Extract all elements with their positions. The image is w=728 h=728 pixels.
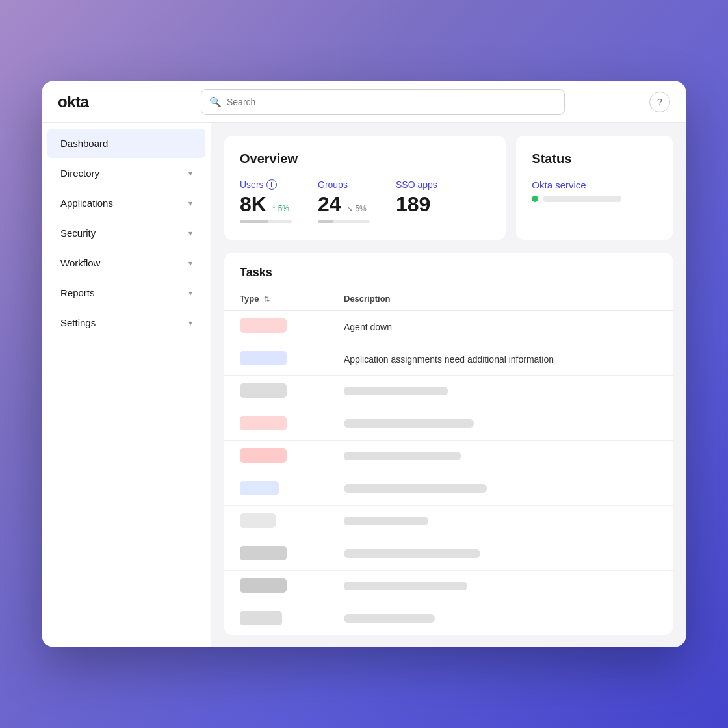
body-layout: Dashboard Directory ▾ Applications ▾ Sec… [42,123,686,647]
task-description-cell [328,408,673,441]
desc-placeholder-bar [344,484,487,493]
table-row [224,506,673,538]
sidebar-item-label: Directory [60,168,99,179]
service-bar [543,196,621,202]
task-description-cell [328,441,673,473]
table-row [224,473,673,506]
type-badge [240,318,287,333]
type-badge [240,514,276,528]
sidebar-item-label: Dashboard [60,138,108,149]
stat-groups: Groups 24 ↘ 5% [318,179,370,223]
status-title: Status [532,151,657,166]
task-description-cell [328,376,673,408]
overview-stats: Users i 8K ↑ 5% [240,179,490,223]
sidebar-item-dashboard[interactable]: Dashboard [47,129,205,158]
tasks-title: Tasks [224,253,673,287]
task-type-cell [224,311,328,343]
stat-groups-label: Groups [318,179,370,190]
task-type-cell [224,441,328,473]
tasks-table: Type ⇅ Description Agent downApplication… [224,287,673,635]
table-row [224,408,673,441]
chevron-down-icon: ▾ [188,289,192,298]
col-type: Type ⇅ [224,287,328,311]
sort-icon[interactable]: ⇅ [264,295,270,303]
sidebar-item-label: Settings [60,317,96,328]
stat-sso-label: SSO apps [396,179,437,190]
desc-placeholder-bar [344,517,428,525]
table-row [224,571,673,603]
okta-service-status-row [532,196,657,202]
stat-groups-bar [318,220,370,223]
desc-placeholder-bar [344,614,435,623]
table-row: Application assignments need additional … [224,343,673,376]
table-row: Agent down [224,311,673,343]
stat-bar-fill [240,220,268,223]
info-icon[interactable]: i [266,179,277,190]
stat-groups-value: 24 ↘ 5% [318,192,370,216]
help-button[interactable]: ? [649,92,670,112]
stat-users: Users i 8K ↑ 5% [240,179,292,223]
task-description-cell: Application assignments need additional … [328,343,673,376]
task-type-cell [224,376,328,408]
sidebar: Dashboard Directory ▾ Applications ▾ Sec… [42,123,211,647]
search-icon: 🔍 [209,96,222,108]
stat-users-value: 8K ↑ 5% [240,192,292,216]
top-cards: Overview Users i 8K ↑ 5% [224,136,673,240]
desc-placeholder-bar [344,452,461,460]
logo: okta [58,93,201,111]
task-type-cell [224,408,328,441]
stat-users-label: Users i [240,179,292,190]
task-description-cell [328,473,673,506]
chevron-down-icon: ▾ [188,229,192,238]
search-input[interactable] [227,97,556,107]
task-description-cell [328,603,673,636]
stat-sso-value: 189 [396,192,437,216]
col-description: Description [328,287,673,311]
table-row [224,538,673,571]
chevron-down-icon: ▾ [188,199,192,208]
status-card: Status Okta service [516,136,673,240]
sidebar-item-label: Workflow [60,257,100,268]
stat-sso: SSO apps 189 [396,179,437,223]
sidebar-item-directory[interactable]: Directory ▾ [47,159,205,188]
tasks-card: Tasks Type ⇅ Description Agent downAppli… [224,253,673,635]
table-header-row: Type ⇅ Description [224,287,673,311]
type-badge [240,481,279,495]
type-badge [240,416,287,430]
type-badge [240,578,287,593]
table-row [224,376,673,408]
desc-placeholder-bar [344,419,474,428]
header: okta 🔍 ? [42,81,686,123]
type-badge [240,611,282,625]
desc-placeholder-bar [344,582,467,590]
sidebar-item-security[interactable]: Security ▾ [47,218,205,248]
task-type-cell [224,506,328,538]
main-content: Overview Users i 8K ↑ 5% [211,123,686,647]
overview-card: Overview Users i 8K ↑ 5% [224,136,506,240]
okta-service-link[interactable]: Okta service [532,179,586,190]
sidebar-item-workflow[interactable]: Workflow ▾ [47,248,205,278]
stat-users-bar [240,220,292,223]
overview-title: Overview [240,151,490,166]
green-dot-icon [532,196,538,202]
table-row [224,603,673,636]
sidebar-item-settings[interactable]: Settings ▾ [47,308,205,337]
sidebar-item-label: Security [60,228,96,239]
search-container: 🔍 [201,89,565,115]
table-row [224,441,673,473]
desc-placeholder-bar [344,387,448,395]
task-type-cell [224,538,328,571]
type-badge [240,384,287,398]
type-badge [240,448,287,463]
type-badge [240,351,287,365]
task-description-cell [328,538,673,571]
sidebar-item-applications[interactable]: Applications ▾ [47,188,205,218]
search-bar[interactable]: 🔍 [201,89,565,115]
app-window: okta 🔍 ? Dashboard Directory ▾ Ap [42,81,686,647]
chevron-down-icon: ▾ [188,169,192,178]
task-description-cell [328,571,673,603]
task-type-cell [224,343,328,376]
chevron-down-icon: ▾ [188,318,192,328]
sidebar-item-reports[interactable]: Reports ▾ [47,278,205,307]
header-actions: ? [649,92,670,112]
